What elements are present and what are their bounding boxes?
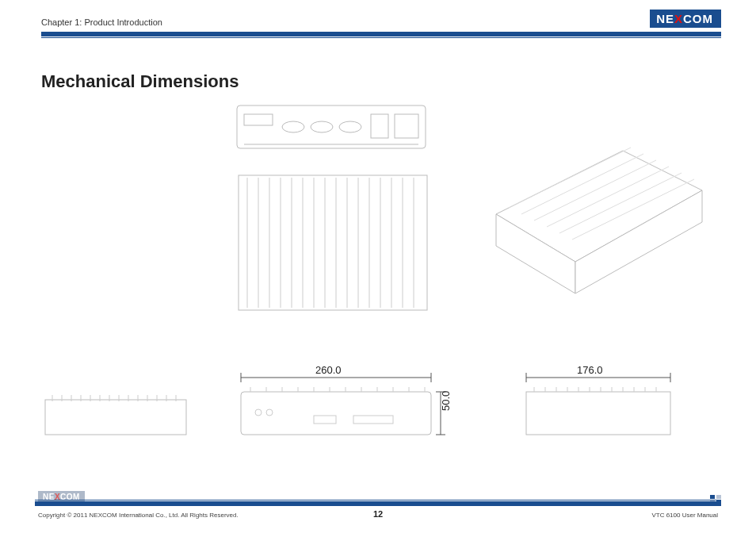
footer-rule <box>35 501 721 506</box>
dimension-depth: 176.0 <box>577 364 603 376</box>
view-top <box>238 174 428 311</box>
svg-rect-34 <box>45 400 186 435</box>
copyright-text: Copyright © 2011 NEXCOM International Co… <box>38 512 239 519</box>
view-left-side <box>44 392 187 436</box>
svg-rect-8 <box>239 175 427 310</box>
brand-x: X <box>674 12 683 25</box>
manual-title: VTC 6100 User Manual <box>651 512 718 519</box>
header-rule <box>41 32 721 36</box>
page-number: 12 <box>373 509 383 519</box>
chapter-title: Chapter 1: Product Introduction <box>41 17 162 27</box>
dimension-width: 260.0 <box>315 364 342 376</box>
section-title: Mechanical Dimensions <box>41 71 239 92</box>
svg-rect-75 <box>526 392 670 435</box>
view-front <box>235 365 452 444</box>
view-right-side <box>515 365 682 444</box>
view-rear <box>236 105 426 149</box>
dimension-height: 50.0 <box>440 391 452 411</box>
brand-logo-icon: NEXCOM <box>650 10 721 28</box>
brand-post: COM <box>683 12 713 25</box>
svg-rect-55 <box>241 392 431 435</box>
brand-pre: NE <box>656 12 674 25</box>
svg-rect-0 <box>237 105 426 148</box>
view-isometric <box>472 119 710 301</box>
